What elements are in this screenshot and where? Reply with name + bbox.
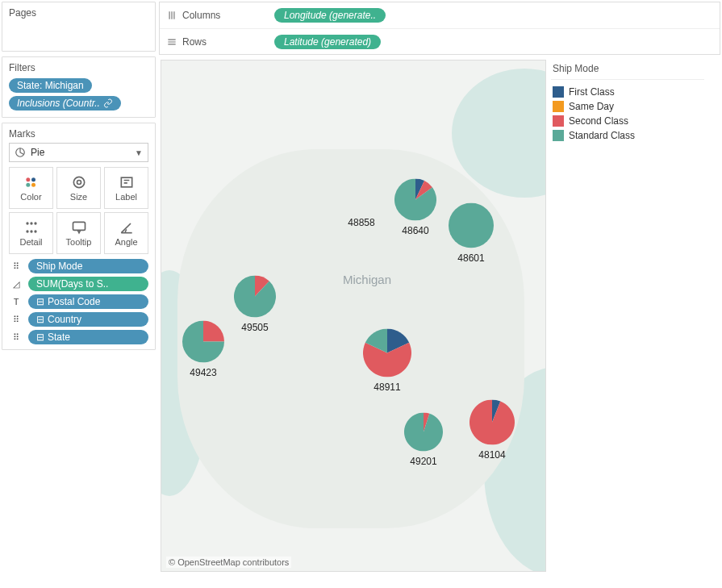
svg-point-8 bbox=[26, 222, 28, 224]
legend-swatch bbox=[553, 115, 564, 127]
size-icon bbox=[71, 174, 87, 190]
detail-small-icon-2: ⠿ bbox=[9, 332, 23, 343]
pie-mark[interactable] bbox=[234, 276, 276, 320]
svg-point-4 bbox=[31, 183, 35, 187]
label-icon bbox=[119, 174, 135, 190]
svg-point-15 bbox=[449, 203, 494, 248]
legend-swatch bbox=[553, 101, 564, 112]
rows-shelf[interactable]: Rows Latitude (generated) bbox=[160, 28, 720, 54]
svg-rect-14 bbox=[73, 222, 85, 230]
pie-mark[interactable] bbox=[470, 400, 515, 448]
columns-shelf[interactable]: Columns Longitude (generate.. bbox=[160, 2, 720, 28]
legend-label: Standard Class bbox=[569, 130, 635, 141]
legend-title: Ship Mode bbox=[551, 60, 704, 80]
mark-field-detail-state[interactable]: ⠿ ⊟State bbox=[9, 330, 148, 344]
marks-color-label: Color bbox=[20, 192, 41, 202]
legend-swatch bbox=[553, 86, 564, 98]
marks-angle-label: Angle bbox=[115, 237, 137, 247]
filters-title: Filters bbox=[9, 62, 148, 73]
svg-point-6 bbox=[77, 181, 81, 185]
pie-icon bbox=[15, 147, 26, 158]
pie-label: 48640 bbox=[402, 225, 428, 236]
svg-point-3 bbox=[26, 183, 30, 187]
mark-field-country-pill[interactable]: ⊟Country bbox=[28, 312, 148, 327]
marks-size-button[interactable]: Size bbox=[56, 167, 101, 209]
mark-field-angle[interactable]: ◿ SUM(Days to S.. bbox=[9, 277, 148, 291]
mark-field-color-pill[interactable]: Ship Mode bbox=[28, 259, 148, 273]
legend-label: Second Class bbox=[569, 115, 628, 127]
pages-title: Pages bbox=[9, 7, 148, 19]
marks-tooltip-button[interactable]: Tooltip bbox=[56, 212, 101, 254]
filters-shelf[interactable]: Filters State: Michigan Inclusions (Coun… bbox=[2, 56, 156, 118]
marks-title: Marks bbox=[9, 128, 148, 140]
pie-mark[interactable] bbox=[449, 203, 494, 251]
mark-field-state-pill[interactable]: ⊟State bbox=[28, 330, 148, 344]
shelves: Columns Longitude (generate.. Rows Latit… bbox=[159, 2, 720, 55]
pie-mark[interactable] bbox=[394, 179, 436, 223]
marks-card: Marks Pie ▼ Color Size bbox=[2, 123, 156, 350]
angle-small-icon: ◿ bbox=[9, 279, 23, 290]
mark-type-dropdown[interactable]: Pie ▼ bbox=[9, 143, 148, 162]
rows-icon bbox=[166, 36, 177, 48]
svg-point-13 bbox=[34, 230, 36, 232]
pie-mark[interactable] bbox=[182, 321, 224, 365]
legend-item[interactable]: Second Class bbox=[551, 114, 704, 128]
marks-label-label: Label bbox=[115, 192, 137, 202]
marks-label-button[interactable]: Label bbox=[104, 167, 148, 209]
svg-point-5 bbox=[73, 177, 84, 187]
marks-tooltip-label: Tooltip bbox=[66, 237, 92, 247]
columns-icon bbox=[166, 10, 177, 21]
pie-label: 49423 bbox=[190, 367, 216, 378]
pie-label: 48911 bbox=[374, 382, 400, 393]
filter-pill-inclusions[interactable]: Inclusions (Countr.. bbox=[9, 96, 121, 111]
pie-label: 48858 bbox=[348, 217, 374, 228]
link-icon bbox=[103, 98, 113, 108]
svg-point-11 bbox=[26, 230, 28, 232]
legend-swatch bbox=[553, 130, 564, 141]
mark-type-label: Pie bbox=[31, 147, 44, 158]
pages-shelf[interactable]: Pages bbox=[2, 2, 156, 52]
marks-detail-button[interactable]: Detail bbox=[9, 212, 53, 254]
filter-pill-inclusions-label: Inclusions (Countr.. bbox=[17, 98, 100, 109]
rows-pill[interactable]: Latitude (generated) bbox=[274, 35, 381, 49]
detail-small-icon: ⠿ bbox=[9, 315, 23, 325]
marks-color-button[interactable]: Color bbox=[9, 167, 53, 209]
columns-label: Columns bbox=[182, 10, 220, 21]
pie-label: 49505 bbox=[241, 322, 268, 333]
pie-label: 49201 bbox=[410, 456, 436, 467]
detail-icon bbox=[23, 219, 40, 236]
map-viz[interactable]: Michigan © OpenStreetMap contributors 48… bbox=[161, 60, 546, 572]
legend: Ship Mode First ClassSame DaySecond Clas… bbox=[551, 60, 704, 572]
map-state-label: Michigan bbox=[343, 273, 391, 286]
tooltip-icon bbox=[71, 219, 87, 236]
text-small-icon: T bbox=[9, 297, 23, 307]
legend-label: Same Day bbox=[569, 101, 614, 112]
svg-point-1 bbox=[26, 177, 30, 181]
mark-field-color[interactable]: ⠿ Ship Mode bbox=[9, 259, 148, 273]
mark-field-angle-pill[interactable]: SUM(Days to S.. bbox=[28, 277, 148, 291]
marks-detail-label: Detail bbox=[19, 237, 42, 247]
columns-pill[interactable]: Longitude (generate.. bbox=[274, 8, 386, 23]
angle-icon bbox=[119, 219, 135, 236]
chevron-down-icon: ▼ bbox=[135, 148, 143, 157]
marks-angle-button[interactable]: Angle bbox=[104, 212, 148, 254]
pie-label: 48104 bbox=[478, 449, 505, 461]
pie-mark[interactable] bbox=[363, 329, 411, 380]
mark-field-label-pill[interactable]: ⊟Postal Code bbox=[28, 294, 148, 309]
svg-point-10 bbox=[34, 222, 36, 224]
pie-mark[interactable] bbox=[404, 413, 443, 454]
legend-label: First Class bbox=[569, 86, 615, 98]
mark-field-label[interactable]: T ⊟Postal Code bbox=[9, 294, 148, 309]
marks-size-label: Size bbox=[70, 192, 87, 202]
color-dots-icon: ⠿ bbox=[9, 261, 23, 272]
svg-point-2 bbox=[31, 177, 35, 181]
legend-item[interactable]: Standard Class bbox=[551, 128, 704, 143]
rows-label: Rows bbox=[182, 36, 207, 48]
color-icon bbox=[23, 174, 40, 190]
mark-field-detail-country[interactable]: ⠿ ⊟Country bbox=[9, 312, 148, 327]
legend-item[interactable]: Same Day bbox=[551, 99, 704, 114]
map-attribution: © OpenStreetMap contributors bbox=[166, 557, 291, 568]
pie-label: 48601 bbox=[457, 252, 484, 264]
filter-pill-state[interactable]: State: Michigan bbox=[9, 78, 92, 93]
legend-item[interactable]: First Class bbox=[551, 85, 704, 99]
